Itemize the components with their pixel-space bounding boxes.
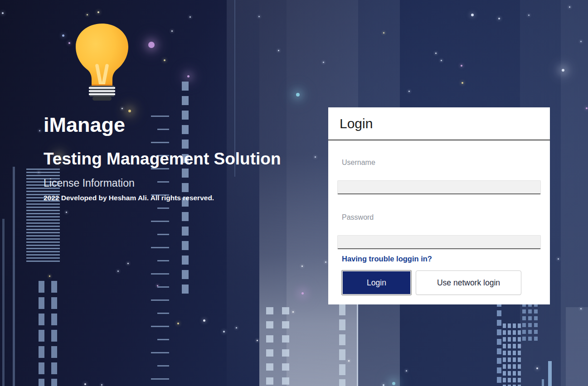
window-dash: [182, 227, 189, 236]
ladder-tick: [151, 352, 169, 353]
star: [39, 130, 40, 131]
window-dash: [339, 379, 345, 386]
ladder-tick: [151, 273, 169, 275]
building-stripe: [26, 219, 60, 221]
ladder-tick: [151, 299, 169, 301]
glow-star: [562, 69, 564, 72]
building-stripe: [26, 245, 60, 246]
trouble-login-link[interactable]: Having trouble loggin in?: [342, 255, 432, 263]
building-stripe: [26, 257, 60, 259]
window-light: [266, 377, 273, 385]
window-light: [534, 316, 538, 320]
window-light: [508, 330, 511, 335]
window-dash: [182, 169, 189, 178]
star: [435, 53, 437, 54]
window-dash: [497, 377, 501, 383]
window-light: [266, 349, 273, 357]
window-light: [513, 323, 516, 328]
ladder-tick: [151, 326, 169, 327]
star: [586, 107, 588, 109]
window-light: [503, 378, 506, 382]
window-light: [513, 378, 516, 382]
window-light: [513, 364, 516, 369]
window-light: [503, 364, 506, 369]
window-light: [266, 321, 273, 328]
star: [257, 340, 258, 341]
star: [101, 384, 102, 386]
window-light: [282, 349, 289, 357]
ladder-tick: [151, 142, 169, 143]
window-light: [528, 337, 532, 341]
star: [2, 12, 4, 14]
product-subtitle: Testing Management Solution: [44, 150, 281, 169]
star: [498, 18, 500, 19]
window-light: [513, 344, 516, 348]
window-light: [522, 330, 526, 334]
window-dash: [497, 348, 501, 354]
star: [323, 62, 324, 63]
ladder-tick: [157, 260, 169, 261]
window-light: [518, 357, 521, 362]
window-light: [513, 357, 516, 362]
login-button[interactable]: Login: [342, 270, 411, 295]
ladder-tick: [157, 234, 169, 235]
star: [87, 14, 88, 15]
glow-star: [296, 93, 300, 96]
window-light: [518, 344, 521, 348]
window-light: [513, 351, 516, 355]
window-light: [518, 330, 521, 335]
ladder-tick: [157, 365, 169, 367]
window-dash: [182, 256, 189, 265]
window-light: [518, 337, 521, 342]
window-light: [266, 335, 273, 343]
window-light: [39, 281, 44, 293]
window-dash: [182, 140, 189, 149]
password-input[interactable]: [337, 235, 541, 249]
username-label: Username: [342, 159, 541, 167]
window-light: [266, 307, 273, 314]
star: [236, 327, 237, 328]
window-dash: [497, 367, 501, 373]
window-light: [522, 309, 526, 314]
window-light: [503, 344, 506, 348]
window-dash: [497, 358, 501, 364]
star: [325, 261, 326, 263]
glow-star: [128, 110, 131, 112]
lightbulb-icon: [73, 22, 131, 101]
window-light: [51, 281, 57, 293]
window-light: [508, 371, 511, 376]
window-light: [534, 330, 538, 334]
building-stripe: [26, 210, 60, 211]
star: [278, 50, 279, 51]
building-stripe: [26, 222, 60, 224]
building-stripe: [26, 241, 60, 243]
window-light: [39, 330, 44, 342]
window-light: [282, 377, 289, 385]
username-input[interactable]: [337, 180, 541, 194]
window-light: [503, 371, 506, 376]
window-light: [282, 307, 289, 314]
window-dash: [497, 329, 501, 335]
star: [348, 360, 350, 362]
ladder-tick: [151, 116, 169, 117]
building-stripe: [26, 207, 60, 208]
window-light: [503, 323, 506, 328]
network-login-button[interactable]: Use network login: [416, 270, 521, 295]
window-light: [508, 378, 511, 382]
star: [471, 14, 474, 16]
star: [461, 65, 462, 67]
ladder-tick: [157, 339, 169, 340]
login-card-body: Username Password Having trouble loggin …: [328, 159, 550, 295]
window-light: [51, 379, 57, 386]
building-stripe: [26, 191, 60, 192]
window-dash: [497, 339, 501, 345]
window-dash: [182, 212, 189, 221]
window-light: [508, 323, 511, 328]
building-stripe: [26, 248, 60, 249]
star: [528, 14, 530, 16]
building-bar: [13, 167, 15, 386]
window-light: [503, 337, 506, 342]
window-light: [518, 323, 521, 328]
window-light: [266, 363, 273, 371]
window-dash: [182, 241, 189, 250]
